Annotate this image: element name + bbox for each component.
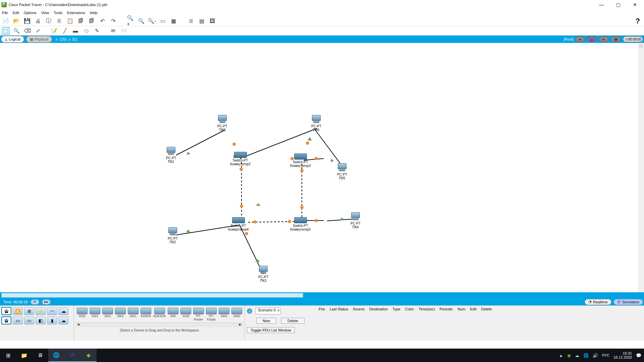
undo-icon[interactable]: ↶ [99,17,106,25]
complex-pdu-icon[interactable]: 📨 [120,27,127,35]
subcategory-4-icon[interactable]: ◧ [36,316,46,324]
router-model-2901[interactable]: 2901 [115,308,126,321]
scenario-select[interactable]: Scenario 0 [256,308,281,314]
router-model-4331[interactable]: 4331 [77,308,88,321]
list-icon[interactable]: ≣ [187,17,195,25]
menu-tools[interactable]: Tools [54,11,62,15]
tray-clock[interactable]: 16:3118.12.2020 [613,351,632,359]
nav-bg-button[interactable]: 🏔 [611,36,621,42]
tray-notifications-icon[interactable]: 💬 [636,353,641,358]
task-edge-icon[interactable]: 🖥 [32,349,48,362]
horizontal-scrollbar[interactable] [0,292,644,298]
task-packettracer-icon[interactable]: ◆ [80,349,97,362]
physical-view-button[interactable]: ▦ Physical [26,36,52,43]
router-model-1240[interactable]: 1240 [180,308,191,321]
device-pc4[interactable]: PC-PTПК4 [351,212,361,229]
paste-icon[interactable]: 📋 [66,17,74,25]
menu-file[interactable]: File [2,11,8,15]
workspace-canvas[interactable]: PC-PTПК0 PC-PTПК1 PC-PTПК2 PC-PTПК3 PC-P… [0,43,644,298]
subcategory-1-icon[interactable]: 🛣 [1,316,11,324]
device-pc5[interactable]: PC-PTПК5 [337,163,347,180]
menu-view[interactable]: View [41,11,49,15]
help-icon[interactable]: ? [636,17,640,25]
device-pc0[interactable]: PC-PTПК0 [217,115,227,132]
freeform-icon[interactable]: ✎ [93,27,101,35]
zoom-in-icon[interactable]: 🔍+ [127,17,134,25]
fast-forward-button[interactable]: ▸▸ [42,299,51,305]
router-model-4321[interactable]: 4321 [90,308,100,321]
new-icon[interactable]: 📄 [2,17,9,25]
tray-language-label[interactable]: РУС [602,353,609,357]
device-pc6[interactable]: PC-PTПК6 [311,115,321,132]
simulation-button[interactable]: ⏱ Simulation [613,299,643,305]
rect-tool-icon[interactable]: ▬ [72,27,79,35]
paste2-icon[interactable]: 🗐 [88,17,95,25]
device-sw3[interactable]: Switch-PTКоммутатор3 [290,154,311,168]
logical-view-button[interactable]: ◬ Logical [1,36,24,43]
task-explorer-icon[interactable]: 📁 [16,349,32,362]
copy2-icon[interactable]: 🗐 [77,17,85,25]
router-model-819HGW[interactable]: 819HGW [153,308,166,321]
router-model-2620[interactable]: 2620 [231,308,242,321]
menu-edit[interactable]: Edit [13,11,19,15]
task-word-icon[interactable]: W [64,349,80,362]
grid-icon[interactable]: ▦ [170,17,177,25]
scenario-delete-button[interactable]: Delete [281,318,305,324]
inspect-icon[interactable]: 🔍 [13,27,20,35]
subcategory-2-icon[interactable]: ▭ [13,316,23,324]
open-icon[interactable]: 📂 [13,17,20,25]
device-list-scrollbar[interactable] [76,322,243,327]
minimize-button[interactable]: — [596,1,606,8]
device-sw5[interactable]: Switch-PTКоммутатор5 [290,217,311,231]
category-routers-icon[interactable]: 🛣 [1,307,11,315]
select-tool-icon[interactable]: ⬚ [2,27,9,35]
router-model-1841[interactable]: 1841 [219,308,229,321]
save-icon[interactable]: 💾 [23,17,31,25]
realtime-button[interactable]: ◔ Realtime [585,299,611,305]
nav-back-button[interactable]: ◄ [575,36,585,42]
device-sw4[interactable]: Switch-PTКоммутатор4 [228,217,249,231]
subcategory-5-icon[interactable]: ▮ [47,316,57,324]
device-sw2[interactable]: Switch-PTКоммутатор2 [230,152,251,166]
router-model-2911[interactable]: 2911 [128,308,139,321]
nav-fwd-button[interactable]: ► [599,36,609,42]
category-hubs-icon[interactable]: ⊞ [24,307,34,315]
task-chrome-icon[interactable]: 🌐 [48,349,64,362]
note-icon[interactable]: 📝 [50,27,58,35]
tray-network-icon[interactable]: 🌐 [583,353,589,358]
print-icon[interactable]: 🖨 [34,17,42,25]
device-pc3[interactable]: PC-PTПК3 [258,266,268,283]
zoom-reset-icon[interactable]: 🔍 [138,17,145,25]
category-switches-icon[interactable]: 🔀 [13,307,23,315]
nav-cloud-button[interactable]: ☁ [587,36,597,42]
image-icon[interactable]: 🖼 [209,17,216,25]
toggle-pdu-list-button[interactable]: Toggle PDU List Window [247,327,295,333]
menu-extensions[interactable]: Extensions [67,11,85,15]
subcategory-6-icon[interactable]: ☁ [58,316,68,324]
tray-nvidia-icon[interactable]: ◉ [567,353,571,358]
resize-icon[interactable]: ⤢ [34,27,42,35]
scenario-new-button[interactable]: New [256,318,276,324]
delete-tool-icon[interactable]: ⌫ [23,27,31,35]
simple-pdu-icon[interactable]: ✉ [109,27,117,35]
device-pc1[interactable]: PC-PTПК1 [166,147,176,164]
router-model-PT-Router[interactable]: PT-Router [193,308,204,321]
device-pc2[interactable]: PC-PTПК2 [168,227,178,244]
power-cycle-button[interactable]: ⟳ [31,299,39,305]
tray-volume-icon[interactable]: 🔊 [593,353,598,358]
maximize-button[interactable]: ▢ [613,1,623,8]
router-model-PT-Empty[interactable]: PT-Empty [206,308,217,321]
category-end-icon[interactable]: ☁ [58,307,68,315]
router-model-829[interactable]: 829 [168,308,178,321]
category-connections-icon[interactable]: 〰 [47,307,57,315]
tray-onedrive-icon[interactable]: ☁ [575,353,579,358]
vertical-scrollbar[interactable] [638,43,644,298]
table-icon[interactable]: ▤ [198,17,205,25]
activity-icon[interactable]: ⓘ [45,17,52,25]
copy-icon[interactable]: ⎘ [56,17,63,25]
router-model-819IOX[interactable]: 819IOX [141,308,151,321]
close-button[interactable]: ✕ [630,1,640,8]
start-button[interactable]: ⊞ [0,349,16,362]
category-wireless-icon[interactable]: ⚡ [36,307,46,315]
router-model-1941[interactable]: 1941 [102,308,113,321]
